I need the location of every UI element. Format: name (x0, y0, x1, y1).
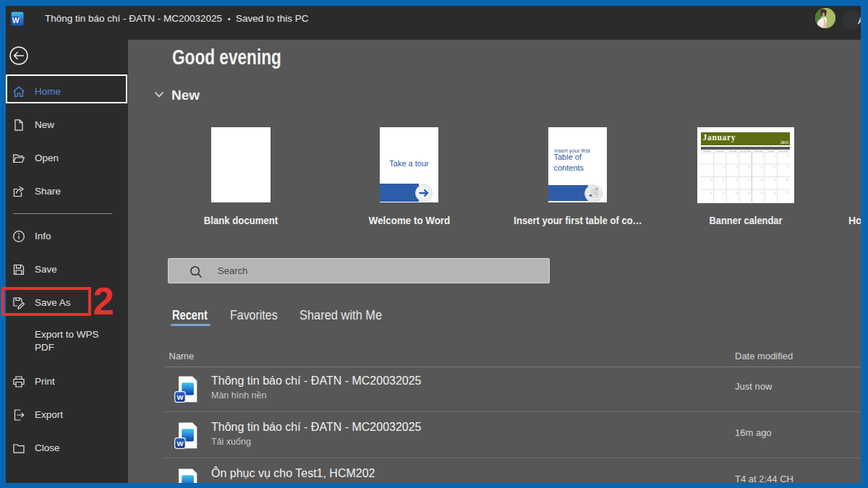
svg-text:TUESDAY: TUESDAY (728, 150, 737, 153)
svg-text:FRIDAY: FRIDAY (767, 150, 775, 153)
svg-text:27: 27 (786, 191, 788, 194)
svg-text:16: 16 (735, 179, 738, 181)
svg-text:W: W (177, 393, 184, 401)
svg-text:1: 1 (724, 155, 726, 158)
svg-text:12: 12 (773, 166, 776, 168)
svg-text:4: 4 (762, 155, 763, 158)
svg-text:MONDAY: MONDAY (716, 150, 724, 153)
svg-text:5: 5 (775, 155, 776, 158)
svg-text:W: W (12, 16, 20, 25)
svg-text:3: 3 (749, 155, 751, 158)
svg-text:6: 6 (787, 155, 788, 158)
svg-text:21: 21 (710, 191, 712, 194)
svg-text:11: 11 (761, 166, 764, 168)
svg-text:18: 18 (760, 179, 763, 181)
svg-text:7: 7 (711, 166, 712, 168)
svg-text:SATURDAY: SATURDAY (779, 150, 789, 153)
svg-text:23: 23 (735, 191, 738, 194)
svg-text:W: W (177, 439, 184, 447)
svg-text:2: 2 (736, 155, 738, 158)
svg-text:17: 17 (748, 179, 751, 181)
svg-text:22: 22 (723, 191, 726, 194)
svg-text:13: 13 (786, 166, 788, 168)
svg-text:9: 9 (736, 166, 738, 168)
svg-text:25: 25 (760, 191, 763, 194)
svg-text:20: 20 (786, 179, 788, 181)
svg-text:26: 26 (773, 191, 776, 194)
svg-text:14: 14 (710, 179, 712, 181)
svg-text:THURSDAY: THURSDAY (753, 150, 763, 153)
svg-text:19: 19 (773, 179, 776, 181)
svg-text:10: 10 (748, 166, 751, 168)
svg-text:24: 24 (748, 191, 751, 194)
svg-text:8: 8 (724, 166, 726, 168)
svg-text:WEDNESDAY: WEDNESDAY (739, 150, 752, 153)
svg-text:SUNDAY: SUNDAY (703, 150, 711, 153)
svg-text:15: 15 (723, 179, 726, 181)
